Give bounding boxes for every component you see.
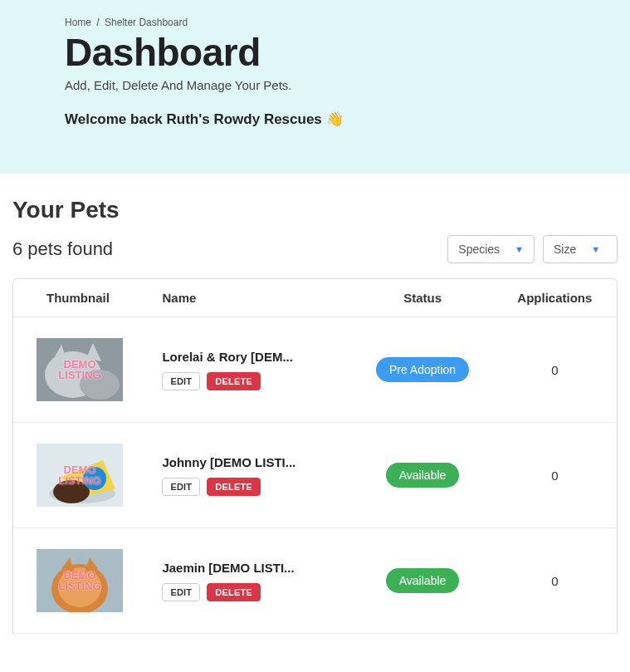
applications-cell: 0 [493,468,617,483]
page-subtitle: Add, Edit, Delete And Manage Your Pets. [65,78,630,92]
welcome-text: Welcome back Ruth's Rowdy Rescues [65,111,322,127]
page-title: Dashboard [65,30,630,75]
demo-watermark: DEMOLISTING [58,570,100,591]
thumbnail-cell: DEMOLISTING [13,549,145,612]
demo-watermark: DEMOLISTING [58,359,100,380]
chevron-down-icon: ▼ [591,244,600,254]
breadcrumb-home-link[interactable]: Home [65,17,91,28]
thumbnail-cell: DEMOLISTING [13,444,145,507]
pet-name: Lorelai & Rory [DEM... [162,350,328,364]
applications-cell: 0 [493,363,617,377]
breadcrumb-current: Shelter Dashboard [105,17,188,28]
breadcrumb: Home / Shelter Dashboard [65,17,630,28]
status-cell: Pre Adoption [352,357,492,382]
pet-thumbnail[interactable]: DEMOLISTING [37,338,123,401]
status-badge: Available [386,568,460,593]
applications-cell: 0 [493,574,617,588]
size-filter[interactable]: Size ▼ [543,235,618,263]
col-header-name: Name [145,291,352,305]
delete-button[interactable]: DELETE [207,372,261,390]
hero-banner: Home / Shelter Dashboard Dashboard Add, … [0,0,630,174]
species-filter[interactable]: Species ▼ [447,235,535,263]
pet-count-label: 6 pets found [12,238,113,260]
welcome-message: Welcome back Ruth's Rowdy Rescues 👋 [65,110,630,128]
status-cell: Available [352,463,492,488]
status-badge: Pre Adoption [376,357,469,382]
pet-name: Jaemin [DEMO LISTI... [162,561,328,575]
col-header-applications: Applications [493,291,617,305]
table-row: DEMOLISTING Lorelai & Rory [DEM... EDIT … [13,317,617,423]
section-title-your-pets: Your Pets [12,197,618,223]
name-cell: Johnny [DEMO LISTI... EDIT DELETE [145,455,352,496]
status-badge: Available [386,463,460,488]
name-cell: Jaemin [DEMO LISTI... EDIT DELETE [145,561,352,601]
chevron-down-icon: ▼ [515,244,524,254]
col-header-thumbnail: Thumbnail [13,291,145,305]
table-row: DEMOLISTING Johnny [DEMO LISTI... EDIT D… [13,423,617,528]
pet-thumbnail[interactable]: DEMOLISTING [37,549,123,612]
pet-thumbnail[interactable]: DEMOLISTING [37,444,123,507]
col-header-status: Status [352,291,492,305]
edit-button[interactable]: EDIT [162,372,200,390]
pet-name: Johnny [DEMO LISTI... [162,455,328,469]
delete-button[interactable]: DELETE [207,478,261,496]
species-filter-label: Species [458,243,500,256]
edit-button[interactable]: EDIT [162,478,200,496]
size-filter-label: Size [554,243,576,256]
wave-icon: 👋 [326,110,344,128]
thumbnail-cell: DEMOLISTING [13,338,145,401]
edit-button[interactable]: EDIT [162,583,200,601]
name-cell: Lorelai & Rory [DEM... EDIT DELETE [145,350,352,390]
pets-table: Thumbnail Name Status Applications DEMOL… [12,278,618,634]
table-row: DEMOLISTING Jaemin [DEMO LISTI... EDIT D… [13,528,617,634]
breadcrumb-separator: / [94,17,101,28]
demo-watermark: DEMOLISTING [58,464,100,486]
status-cell: Available [352,568,492,593]
delete-button[interactable]: DELETE [207,583,261,601]
table-header-row: Thumbnail Name Status Applications [13,279,617,317]
